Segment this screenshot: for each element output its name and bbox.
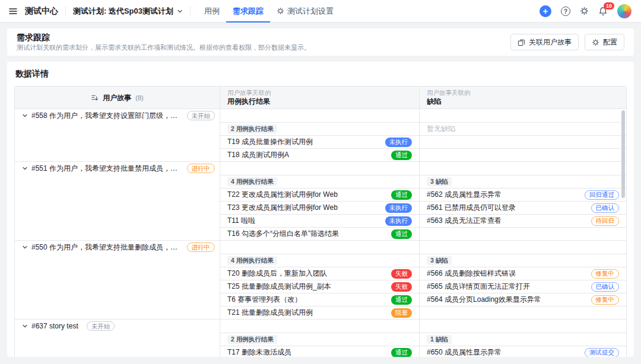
defect-title[interactable]: #565 成员详情页面无法正常打开 <box>427 282 586 292</box>
defect-title[interactable]: #561 已禁用成员仍可以登录 <box>427 203 586 213</box>
config-button[interactable]: 配置 <box>585 34 624 50</box>
defect-row[interactable]: #650 成员属性显示异常 测试提交 <box>419 346 626 357</box>
case-status-badge: 阻塞 <box>391 308 412 318</box>
plan-label: 测试计划: 迭代Sp03测试计划 <box>73 6 173 17</box>
defect-count-chip: 3 缺陷 <box>427 177 452 186</box>
defect-status-badge: 待回归 <box>591 216 620 226</box>
case-status-badge: 通过 <box>391 151 412 160</box>
story-group: #551 作为用户，我希望支持批量禁用成员，以提高... 进行中 4 用例执行结… <box>15 161 626 240</box>
link-stories-icon <box>518 39 525 46</box>
defect-row[interactable]: #566 成员删除按钮样式错误 修复中 <box>419 267 626 280</box>
help-icon[interactable]: ? <box>561 7 570 16</box>
story-title[interactable]: #558 作为用户，我希望支持设置部门层级，以提高... <box>31 111 179 121</box>
defect-status-badge: 已确认 <box>591 282 620 292</box>
story-title[interactable]: #550 作为用户，我希望支持批量删除成员，以提高... <box>31 242 179 253</box>
story-row[interactable]: #550 作为用户，我希望支持批量删除成员，以提高... 进行中 <box>15 241 220 254</box>
case-status-badge: 通过 <box>391 229 412 239</box>
case-title[interactable]: T23 更改成员属性测试用例for Web <box>227 203 380 213</box>
chevron-down-icon[interactable] <box>22 244 28 250</box>
test-case-row[interactable]: T23 更改成员属性测试用例for Web 未执行 <box>220 201 419 214</box>
create-button[interactable]: + <box>540 5 551 17</box>
tab-plan-settings-label: 测试计划设置 <box>287 6 334 17</box>
defect-row[interactable]: #562 成员属性显示异常 回归通过 <box>419 188 626 201</box>
defect-row[interactable]: #561 已禁用成员仍可以登录 已确认 <box>419 201 626 214</box>
test-case-row[interactable]: T25 批量删除成员测试用例_副本 失败 <box>220 280 419 293</box>
case-title[interactable]: T6 赛事管理列表（改） <box>227 295 386 305</box>
story-group: #637 story test 未开始 2 用例执行结果 1 缺陷 T17 删除… <box>15 319 626 357</box>
test-case-row[interactable]: T16 勾选多个“分组白名单”筛选结果 通过 <box>220 227 419 240</box>
case-title[interactable]: T16 勾选多个“分组白名单”筛选结果 <box>227 229 386 239</box>
tab-plan-settings[interactable]: 测试计划设置 <box>270 0 340 23</box>
vertical-scrollbar[interactable] <box>621 110 625 198</box>
no-defect-text: 暂无缺陷 <box>427 124 455 134</box>
page-subtitle: 测试计划关联的需求划分，展示需求关联的工作项和测试情况。根据你的查看权限，部分数… <box>17 44 310 52</box>
defect-title[interactable]: #650 成员属性显示异常 <box>427 347 580 357</box>
story-status-badge: 未开始 <box>87 321 115 331</box>
story-row[interactable]: #551 作为用户，我希望支持批量禁用成员，以提高... 进行中 <box>15 162 220 175</box>
test-case-row[interactable]: T11 啦啦 未执行 <box>220 214 419 227</box>
defect-title[interactable]: #563 成员无法正常查看 <box>427 216 586 226</box>
test-case-row[interactable]: T19 成员批量操作测试用例 未执行 <box>220 135 419 148</box>
column-header-user-story: 用户故事 (8) <box>15 87 220 108</box>
requirement-tracking-panel: 需求跟踪 测试计划关联的需求划分，展示需求关联的工作项和测试情况。根据你的查看权… <box>7 28 634 56</box>
tracking-table: 用户故事 (8) 用户故事关联的 用例执行结果 用户故事关联的 缺陷 #558 … <box>14 86 627 357</box>
case-title[interactable]: T19 成员批量操作测试用例 <box>227 137 380 147</box>
link-user-story-button[interactable]: 关联用户故事 <box>510 34 579 50</box>
story-row[interactable]: #637 story test 未开始 <box>15 320 220 333</box>
config-label: 配置 <box>603 37 617 47</box>
case-title[interactable]: T25 批量删除成员测试用例_副本 <box>227 282 386 292</box>
tab-bar: 用例 需求跟踪 测试计划设置 <box>198 0 340 23</box>
chevron-down-icon[interactable] <box>22 165 28 171</box>
story-status-badge: 进行中 <box>187 164 215 173</box>
data-detail-card: 数据详情 用户故事 (8) 用户故事关联的 用例执行结果 用户故事关联的 缺陷 <box>7 62 634 357</box>
defect-count-chip: 1 缺陷 <box>427 335 452 344</box>
column-header-case-results: 用户故事关联的 用例执行结果 <box>220 87 419 108</box>
test-case-row[interactable]: T22 更改成员属性测试用例for Web 通过 <box>220 188 419 201</box>
test-case-row[interactable]: T17 删除未激活成员 通过 <box>220 346 419 357</box>
table-header: 用户故事 (8) 用户故事关联的 用例执行结果 用户故事关联的 缺陷 <box>15 87 626 109</box>
test-case-row[interactable]: T20 删除成员后，重新加入团队 失败 <box>220 267 419 280</box>
case-title[interactable]: T22 更改成员属性测试用例for Web <box>227 190 386 200</box>
notifications-button[interactable]: 10 <box>598 7 608 16</box>
case-title[interactable]: T11 啦啦 <box>227 216 380 226</box>
defect-row[interactable]: #564 成员分页Loading效果显示异常 修复中 <box>419 293 626 306</box>
tab-cases[interactable]: 用例 <box>198 0 226 23</box>
story-status-badge: 未开始 <box>187 111 215 120</box>
defect-status-badge: 测试提交 <box>585 348 619 357</box>
story-title[interactable]: #551 作为用户，我希望支持批量禁用成员，以提高... <box>31 164 179 174</box>
avatar[interactable] <box>617 4 632 18</box>
case-title[interactable]: T17 删除未激活成员 <box>227 347 386 357</box>
defect-title[interactable]: #566 成员删除按钮样式错误 <box>427 269 586 279</box>
defect-count-chip: 3 缺陷 <box>427 256 452 265</box>
test-case-row[interactable]: T18 成员测试用例A 通过 <box>220 148 419 161</box>
defect-status-badge: 修复中 <box>591 295 620 305</box>
defect-title[interactable]: #562 成员属性显示异常 <box>427 190 580 200</box>
panel-actions: 关联用户故事 配置 <box>510 34 624 50</box>
hamburger-menu-icon[interactable] <box>8 7 18 16</box>
case-title[interactable]: T18 成员测试用例A <box>227 150 386 160</box>
tab-requirement-tracking[interactable]: 需求跟踪 <box>226 0 270 23</box>
settings-gear-icon[interactable] <box>580 7 589 15</box>
collapse-all-icon[interactable] <box>91 94 99 101</box>
case-status-badge: 失败 <box>391 269 412 279</box>
divider <box>65 7 66 15</box>
page-title: 需求跟踪 <box>17 33 310 43</box>
story-row[interactable]: #558 作为用户，我希望支持设置部门层级，以提高... 未开始 <box>15 109 220 122</box>
chevron-down-icon[interactable] <box>22 113 28 119</box>
gear-icon <box>592 39 599 46</box>
case-status-badge: 未执行 <box>385 216 412 226</box>
case-count-chip: 2 用例执行结果 <box>227 335 277 344</box>
story-status-badge: 进行中 <box>187 242 215 252</box>
chevron-down-icon[interactable] <box>22 323 28 329</box>
divider <box>190 7 191 15</box>
story-title[interactable]: #637 story test <box>31 322 78 330</box>
case-status-badge: 未执行 <box>385 138 412 147</box>
plan-selector[interactable]: 测试计划: 迭代Sp03测试计划 <box>73 6 183 17</box>
case-title[interactable]: T20 删除成员后，重新加入团队 <box>227 269 386 279</box>
test-case-row[interactable]: T6 赛事管理列表（改） 通过 <box>220 293 419 306</box>
defect-title[interactable]: #564 成员分页Loading效果显示异常 <box>427 295 586 305</box>
defect-row[interactable]: #563 成员无法正常查看 待回归 <box>419 214 626 227</box>
case-title[interactable]: T21 批量删除成员测试用例 <box>227 308 386 318</box>
defect-row[interactable]: #565 成员详情页面无法正常打开 已确认 <box>419 280 626 293</box>
test-case-row[interactable]: T21 批量删除成员测试用例 阻塞 <box>220 306 419 319</box>
